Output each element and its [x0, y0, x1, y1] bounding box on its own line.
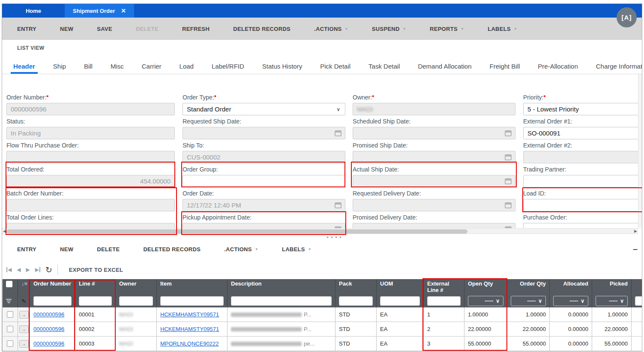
- filter-input-uom[interactable]: [380, 296, 420, 306]
- input-batch-order-number[interactable]: [6, 199, 175, 211]
- tab-header[interactable]: Header: [12, 58, 36, 74]
- open-record-icon[interactable]: →: [19, 311, 29, 319]
- tab-pick-detail[interactable]: Pick Detail: [319, 58, 351, 74]
- form-horizontal-scrollbar[interactable]: ◀ ▶: [2, 228, 638, 234]
- filter-input-pack[interactable]: [339, 296, 373, 306]
- menu-item-deleted-records[interactable]: DELETED RECORDS: [143, 246, 201, 253]
- input-load-id[interactable]: [523, 199, 638, 211]
- scroll-right-icon[interactable]: ▶: [634, 229, 637, 233]
- menu-item-new[interactable]: NEW: [60, 26, 73, 32]
- prev-page-icon[interactable]: ◀: [17, 267, 21, 273]
- scrollbar-thumb[interactable]: [6, 229, 467, 234]
- row-checkbox[interactable]: [7, 326, 13, 332]
- last-page-icon[interactable]: ▶: [35, 267, 40, 273]
- column-header-order_qty[interactable]: Order Qty: [507, 279, 550, 295]
- input-flow-thru-purchase-order[interactable]: [6, 151, 175, 163]
- filter-input-owner[interactable]: [119, 296, 153, 306]
- menu-item-actions[interactable]: .ACTIONS▼: [224, 246, 258, 253]
- tab-carrier[interactable]: Carrier: [141, 58, 162, 74]
- splitter-handle[interactable]: [324, 235, 343, 239]
- input-order-date[interactable]: 12/17/22 12:40 PM: [183, 199, 345, 211]
- input-order-group[interactable]: [183, 175, 345, 187]
- avatar[interactable]: [A]: [617, 7, 637, 27]
- tab-charge-information[interactable]: Charge Information: [595, 58, 642, 74]
- row-checkbox[interactable]: [7, 311, 13, 318]
- form-vertical-scrollbar[interactable]: [638, 74, 642, 229]
- column-header-allocated[interactable]: Allocated: [550, 279, 592, 295]
- order_number-link[interactable]: 0000000596: [33, 340, 64, 347]
- input-priority[interactable]: 5 - Lowest Priority: [523, 103, 638, 115]
- calendar-icon[interactable]: [505, 178, 512, 184]
- column-header-uom[interactable]: UOM: [377, 279, 424, 295]
- input-external-order-2[interactable]: [523, 151, 638, 163]
- refresh-grid-icon[interactable]: ↻: [45, 265, 52, 275]
- input-owner[interactable]: MADI: [353, 103, 515, 115]
- menu-item-delete[interactable]: DELETE: [136, 26, 159, 32]
- menu-item-new[interactable]: NEW: [60, 246, 73, 253]
- tab-ship[interactable]: Ship: [52, 58, 67, 74]
- first-page-icon[interactable]: ◀: [6, 267, 12, 273]
- tab-freight-bill[interactable]: Freight Bill: [489, 58, 521, 74]
- column-header-item[interactable]: Item: [157, 279, 228, 295]
- filter-select-open_qty[interactable]: -----∨: [468, 296, 503, 306]
- menu-item-refresh[interactable]: REFRESH: [182, 26, 210, 32]
- filter-input-order_number[interactable]: [33, 296, 72, 306]
- menu-item-entry[interactable]: ENTRY: [17, 26, 36, 32]
- menu-item-deleted-records[interactable]: DELETED RECORDS: [233, 26, 291, 32]
- open-record-icon[interactable]: →: [19, 340, 29, 348]
- tab-label-rfid[interactable]: Label/RFID: [211, 58, 245, 74]
- calendar-icon[interactable]: [505, 202, 512, 208]
- tab-task-detail[interactable]: Task Detail: [368, 58, 401, 74]
- column-header-picked[interactable]: Picked: [592, 279, 632, 295]
- column-header-order_number[interactable]: Order Number: [30, 279, 75, 295]
- scroll-left-icon[interactable]: ◀: [3, 229, 6, 233]
- column-header-open_qty[interactable]: Open Qty: [464, 279, 507, 295]
- menu-item-entry[interactable]: ENTRY: [17, 246, 36, 253]
- tab-home[interactable]: Home: [2, 4, 65, 18]
- select-all-checkbox[interactable]: [6, 281, 12, 287]
- menu-item-suspend[interactable]: SUSPEND▼: [372, 26, 406, 32]
- calendar-icon[interactable]: [505, 130, 512, 136]
- collapse-panel-icon[interactable]: –: [633, 244, 638, 254]
- filter-input-line[interactable]: [79, 296, 112, 306]
- column-header-owner[interactable]: Owner: [116, 279, 157, 295]
- column-header-description[interactable]: Description: [228, 279, 335, 295]
- column-header-line[interactable]: Line #: [75, 279, 116, 295]
- menu-item-delete[interactable]: DELETE: [97, 246, 120, 253]
- column-header-ext_line[interactable]: External Line #: [424, 279, 464, 295]
- menu-item-actions[interactable]: .ACTIONS▼: [314, 26, 348, 32]
- filter-select-order_qty[interactable]: -----∨: [511, 296, 546, 306]
- menu-item-labels[interactable]: LABELS▼: [282, 246, 312, 253]
- tab-load[interactable]: Load: [179, 58, 195, 74]
- filter-input-extra[interactable]: [635, 296, 642, 306]
- input-promised-ship-date[interactable]: [353, 151, 515, 163]
- eraser-icon[interactable]: ✎: [21, 298, 26, 304]
- input-status[interactable]: In Packing: [6, 127, 175, 139]
- calendar-icon[interactable]: [335, 130, 341, 136]
- item-link[interactable]: HCKEMHAMSTY09571: [160, 326, 219, 332]
- menu-item-save[interactable]: SAVE: [97, 26, 112, 32]
- item-link[interactable]: MPORLNLQNCE90222: [160, 340, 219, 347]
- filter-input-ext_line[interactable]: [427, 296, 461, 306]
- input-requested-ship-date[interactable]: [183, 127, 345, 139]
- order_number-link[interactable]: 0000000596: [33, 311, 64, 318]
- input-requested-delivery-date[interactable]: [353, 199, 515, 211]
- tab-pre-allocation[interactable]: Pre-Allocation: [537, 58, 578, 74]
- filter-input-item[interactable]: [160, 296, 224, 306]
- tab-bill[interactable]: Bill: [83, 58, 93, 74]
- column-header-pack[interactable]: Pack: [335, 279, 377, 295]
- input-trading-partner[interactable]: [523, 175, 638, 187]
- input-total-ordered[interactable]: 454.00000: [6, 175, 175, 187]
- input-external-order-1[interactable]: SO-000091: [523, 127, 638, 139]
- row-checkbox[interactable]: [7, 340, 13, 347]
- tab-misc[interactable]: Misc: [110, 58, 125, 74]
- input-actual-ship-date[interactable]: [353, 175, 515, 187]
- close-icon[interactable]: ✕: [121, 7, 126, 14]
- filter-select-allocated[interactable]: -----∨: [553, 296, 588, 306]
- input-order-number[interactable]: 0000000596: [6, 103, 175, 115]
- menu-item-reports[interactable]: REPORTS▼: [430, 26, 464, 32]
- input-order-type[interactable]: Standard Order∨: [183, 103, 345, 115]
- tab-demand-allocation[interactable]: Demand Allocation: [417, 58, 472, 74]
- filter-funnel-icon[interactable]: [6, 299, 12, 303]
- open-record-icon[interactable]: →: [19, 325, 29, 333]
